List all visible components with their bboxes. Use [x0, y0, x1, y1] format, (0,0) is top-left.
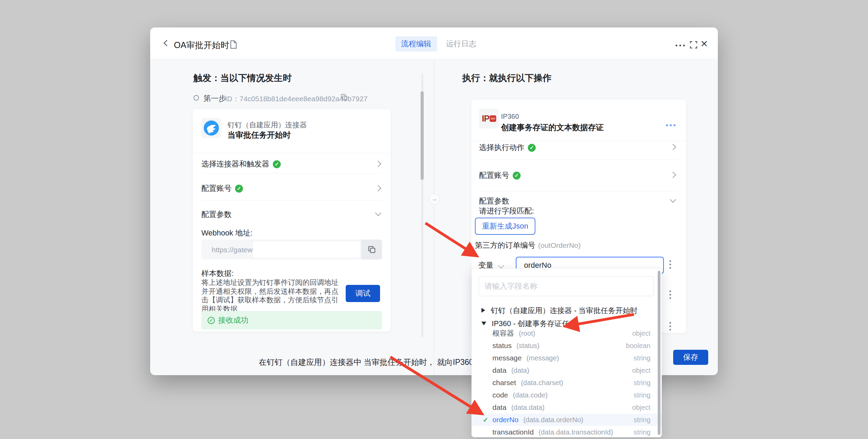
back-button[interactable]: [162, 38, 172, 48]
field-label-row: 第三方的订单编号 (outOrderNo): [475, 240, 581, 251]
field-type: boolean: [626, 342, 650, 350]
divider: [201, 200, 382, 200]
page-title: OA审批开始时: [174, 39, 229, 51]
chevron-down-icon: [498, 262, 504, 268]
section-account-trigger[interactable]: 配置账号 ✓: [201, 183, 243, 194]
sample-data-label: 样本数据:: [201, 268, 234, 279]
field-name: message: [492, 354, 522, 362]
divider: [479, 191, 679, 191]
step-status-icon: [193, 95, 199, 101]
field-path: (data): [511, 367, 529, 374]
field-type: object: [632, 330, 650, 337]
field-path: (data.charset): [521, 379, 563, 387]
field-name: status: [492, 342, 512, 350]
field-type: string: [634, 416, 650, 424]
field-label: 第三方的订单编号: [475, 240, 535, 251]
triangle-expanded-icon: [481, 322, 486, 325]
field-search-input[interactable]: 请输入字段名称: [479, 276, 654, 296]
field-row-more-icon[interactable]: [669, 260, 671, 269]
field-type: object: [632, 367, 650, 374]
field-row-more-icon[interactable]: [669, 322, 671, 331]
section-select-action[interactable]: 选择执行动作 ✓: [479, 142, 536, 153]
field-name: transactionId: [492, 428, 534, 436]
field-picker-popup: 请输入字段名称 钉钉（自建应用）连接器 - 当审批任务开始时 IP360 - 创…: [471, 268, 662, 437]
left-panel-scroll-thumb[interactable]: [421, 91, 424, 180]
field-key: (outOrderNo): [538, 241, 581, 250]
tab-flow-edit[interactable]: 流程编辑: [395, 36, 437, 51]
divider: [193, 153, 391, 153]
section-select-action-label: 选择执行动作: [479, 142, 524, 153]
page-background: OA审批开始时 流程编辑 运行日志 ✕ 触发：当以下情况发生时 第一步 ID：7…: [0, 0, 868, 439]
regenerate-json-label: 重新生成Json: [482, 221, 528, 231]
debug-button[interactable]: 调试: [346, 285, 380, 302]
popup-scrollbar[interactable]: [658, 271, 660, 435]
copy-webhook-button[interactable]: [361, 240, 382, 259]
section-account-action-label: 配置账号: [479, 170, 509, 181]
section-select-trigger[interactable]: 选择连接器和触发器 ✓: [201, 159, 281, 169]
field-path: (root): [519, 330, 535, 337]
fullscreen-icon[interactable]: [689, 41, 698, 50]
section-params-action[interactable]: 配置参数: [479, 196, 509, 206]
selected-check-icon: ✓: [483, 416, 488, 424]
field-name: data: [492, 403, 507, 412]
field-row[interactable]: ✓ data (data) object: [472, 364, 662, 377]
close-icon[interactable]: ✕: [700, 38, 708, 49]
redaction-overlay: [253, 241, 360, 258]
check-success-icon: ✓: [528, 144, 536, 152]
field-path: (status): [516, 342, 539, 350]
sample-data-description: 将上述地址设置为钉钉事件订阅的回调地址并开通相关权限，然后发送样本数据，再点击【…: [201, 278, 340, 313]
back-chevron-icon: [164, 40, 170, 46]
webhook-label: Webhook 地址:: [201, 228, 253, 238]
section-params-trigger-label: 配置参数: [201, 210, 232, 219]
action-heading: 执行：就执行以下操作: [462, 72, 552, 84]
regenerate-json-button[interactable]: 重新生成Json: [475, 218, 535, 235]
field-type: string: [634, 391, 650, 399]
field-row[interactable]: ✓ data (data.data) object: [472, 401, 662, 414]
picker-group-dingtalk[interactable]: 钉钉（自建应用）连接器 - 当审批任务开始时: [472, 304, 661, 317]
tab-flow-edit-label: 流程编辑: [401, 39, 431, 49]
triangle-collapsed-icon: [481, 308, 485, 313]
more-menu-icon[interactable]: [676, 45, 685, 46]
field-row[interactable]: ✓ orderNo (data.data.orderNo) string: [472, 414, 662, 426]
check-success-icon: ✓: [273, 160, 281, 168]
action-app-name: IP360: [501, 113, 519, 120]
field-name: data: [492, 366, 507, 374]
card-more-icon[interactable]: [666, 124, 676, 126]
field-name: code: [492, 391, 508, 399]
field-path: (data.code): [513, 391, 548, 399]
field-row[interactable]: ✓ message (message) string: [472, 352, 662, 364]
match-fields-label: 请进行字段匹配:: [479, 206, 534, 216]
section-select-trigger-label: 选择连接器和触发器: [201, 159, 269, 169]
field-row[interactable]: ✓ transactionId (data.data.transactionId…: [472, 426, 662, 437]
trigger-heading: 触发：当以下情况发生时: [193, 72, 292, 84]
check-success-icon: ✓: [235, 185, 243, 193]
action-name: 创建事务存证的文本数据存证: [501, 122, 604, 133]
divider: [201, 173, 382, 174]
save-button-label: 保存: [683, 352, 698, 362]
tab-run-log[interactable]: 运行日志: [443, 36, 480, 51]
field-row[interactable]: ✓ charset (data.charset) string: [472, 377, 662, 389]
save-button[interactable]: 保存: [673, 350, 708, 365]
field-row-more-icon[interactable]: [669, 290, 671, 299]
section-params-action-label: 配置参数: [479, 197, 509, 205]
field-type: string: [634, 354, 650, 362]
field-path: (data.data.orderNo): [523, 416, 583, 424]
copy-id-icon[interactable]: [340, 93, 348, 102]
field-name: orderNo: [492, 416, 519, 424]
success-banner-text: 接收成功: [218, 315, 248, 325]
field-row[interactable]: ✓ status (status) boolean: [472, 339, 662, 352]
copy-icon: [368, 245, 376, 254]
field-type: string: [634, 428, 650, 436]
field-name: charset: [492, 379, 516, 387]
dingtalk-icon: [203, 120, 219, 136]
section-account-trigger-label: 配置账号: [201, 183, 232, 194]
step-label: 第一步: [203, 93, 226, 104]
ip360-icon: IP 360: [482, 114, 496, 124]
section-params-trigger[interactable]: 配置参数: [201, 209, 232, 220]
section-account-action[interactable]: 配置账号 ✓: [479, 170, 521, 181]
rename-doc-icon[interactable]: [230, 40, 237, 50]
field-name: 根容器: [492, 328, 514, 338]
field-row[interactable]: ✓ 根容器 (root) object: [472, 327, 662, 339]
check-success-icon: ✓: [513, 172, 521, 180]
field-row[interactable]: ✓ code (data.code) string: [472, 389, 662, 401]
